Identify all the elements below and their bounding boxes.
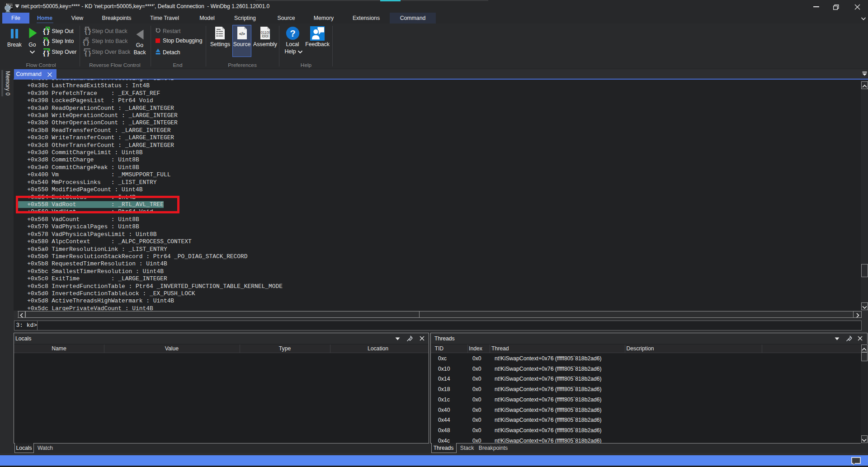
svg-text:{: {	[43, 49, 46, 57]
svg-text:}: }	[87, 38, 90, 46]
svg-text:{: {	[83, 38, 85, 46]
svg-text:l0l0l: l0l0l	[262, 34, 269, 38]
svg-text:{: {	[43, 27, 46, 35]
svg-text:</>: </>	[239, 32, 245, 36]
svg-text:}: }	[89, 49, 91, 57]
svg-text:?: ?	[290, 28, 295, 38]
svg-text:{: {	[43, 38, 46, 46]
